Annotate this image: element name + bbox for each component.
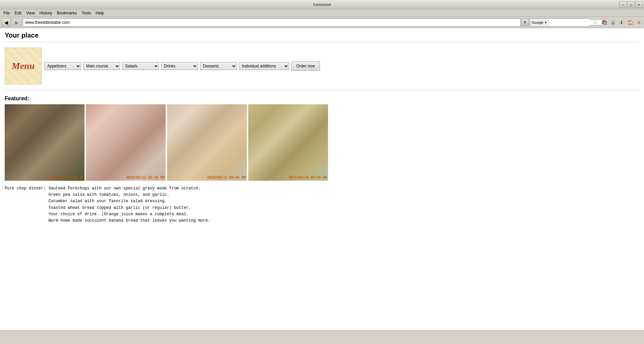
top-divider bbox=[5, 42, 639, 42]
description-text: Sauteed Porkchops with our own special g… bbox=[48, 185, 210, 224]
search-bar[interactable]: Google ▼ 🔍 bbox=[530, 18, 590, 26]
menu-help[interactable]: Help bbox=[94, 10, 106, 16]
window-title: Iceweasel bbox=[313, 2, 331, 7]
menu-file[interactable]: File bbox=[1, 10, 12, 16]
title-bar: Iceweasel − □ × bbox=[0, 0, 644, 9]
bookmark-manager-icon[interactable]: 📚 bbox=[600, 19, 608, 26]
order-now-button[interactable]: Order now bbox=[291, 61, 320, 71]
featured-section: Featured: 2012/05/10 09:30 2010/09/12 06… bbox=[5, 96, 639, 224]
url-text: www.theeddiestable.com bbox=[25, 20, 70, 25]
featured-title: Featured: bbox=[5, 96, 639, 102]
appetizers-dropdown[interactable]: Appetizers bbox=[44, 62, 81, 70]
window-controls: − □ × bbox=[619, 1, 643, 8]
address-bar[interactable]: www.theeddiestable.com bbox=[23, 18, 521, 26]
photo-timestamp-2: 2010/09/12 06:45 PM bbox=[126, 176, 164, 179]
print-icon[interactable]: 🖨 bbox=[609, 19, 616, 26]
desc-line-6: Warm home made succulent banana bread th… bbox=[48, 218, 210, 224]
main-course-dropdown[interactable]: Main course bbox=[83, 62, 120, 70]
food-photo-2: 2010/09/12 06:45 PM bbox=[86, 104, 166, 181]
minimize-button[interactable]: − bbox=[619, 1, 627, 8]
drinks-dropdown[interactable]: Drinks bbox=[161, 62, 198, 70]
download-icon[interactable]: ⬇ bbox=[618, 19, 625, 26]
forward-button[interactable]: ▶ bbox=[12, 18, 21, 27]
menu-logo: Menu bbox=[5, 48, 42, 84]
desc-line-5: Your choice of drink. (Orange juice make… bbox=[48, 211, 210, 218]
address-bar-container: www.theeddiestable.com ↻ bbox=[23, 18, 529, 26]
food-photo-4: 2012/05/10 09:50 AM bbox=[248, 104, 328, 181]
search-provider-arrow: ▼ bbox=[544, 21, 547, 24]
search-provider[interactable]: Google ▼ bbox=[530, 19, 549, 26]
nav-icons: ☆ 📚 🖨 ⬇ 🏠 ≡ bbox=[592, 19, 643, 26]
menu-edit[interactable]: Edit bbox=[12, 10, 23, 16]
food-photo-1: 2012/05/10 09:30 bbox=[5, 104, 85, 181]
desc-line-1: Sauteed Porkchops with our own special g… bbox=[48, 185, 210, 192]
menu-history[interactable]: History bbox=[38, 10, 54, 16]
nav-bar: ◀ ▶ www.theeddiestable.com ↻ Google ▼ 🔍 … bbox=[0, 17, 644, 28]
individual-additions-dropdown[interactable]: Individual additions bbox=[239, 62, 289, 70]
browser-window: Iceweasel − □ × File Edit View History B… bbox=[0, 0, 644, 344]
search-provider-label: Google bbox=[532, 20, 543, 24]
home-icon[interactable]: 🏠 bbox=[627, 19, 634, 26]
menu-bookmarks[interactable]: Bookmarks bbox=[55, 10, 79, 16]
photos-row: 2012/05/10 09:30 2010/09/12 06:45 PM 201… bbox=[5, 104, 639, 181]
reload-button[interactable]: ↻ bbox=[521, 19, 529, 26]
page-title: Your place bbox=[5, 32, 639, 39]
food-photo-3: 2010/09/12 06:45 PM bbox=[167, 104, 247, 181]
photo-timestamp-3: 2010/09/12 06:45 PM bbox=[207, 176, 246, 179]
maximize-button[interactable]: □ bbox=[627, 1, 635, 8]
bottom-menu-divider bbox=[5, 90, 639, 90]
photo-timestamp-1: 2012/05/10 09:30 bbox=[51, 176, 83, 179]
salads-dropdown[interactable]: Salads bbox=[122, 62, 159, 70]
menu-tools[interactable]: Tools bbox=[79, 10, 93, 16]
close-button[interactable]: × bbox=[635, 1, 643, 8]
description-label: Pork chop dinner: bbox=[5, 185, 46, 192]
desc-line-2: Green pea salsa with tomatoes, onions, a… bbox=[48, 192, 210, 198]
bookmark-star-icon[interactable]: ☆ bbox=[592, 19, 599, 26]
menu-bar: File Edit View History Bookmarks Tools H… bbox=[0, 9, 644, 17]
back-button[interactable]: ◀ bbox=[1, 18, 11, 27]
menu-section: Menu Appetizers Main course Salads Drink… bbox=[5, 44, 639, 88]
photo-timestamp-4: 2012/05/10 09:50 AM bbox=[288, 176, 327, 179]
page-content: Your place Menu Appetizers Main course S… bbox=[0, 28, 644, 330]
desc-line-3: Cucumber salad with your favorite salad … bbox=[48, 198, 210, 205]
menu-icon[interactable]: ≡ bbox=[635, 19, 643, 26]
description-section: Pork chop dinner: Sauteed Porkchops with… bbox=[5, 185, 639, 224]
dropdowns-row: Appetizers Main course Salads Drinks Des… bbox=[44, 61, 320, 71]
menu-view[interactable]: View bbox=[24, 10, 37, 16]
menu-logo-text: Menu bbox=[12, 61, 35, 71]
desserts-dropdown[interactable]: Desserts bbox=[200, 62, 237, 70]
desc-line-4: Toasted wheat bread topped with garlic (… bbox=[48, 205, 210, 211]
